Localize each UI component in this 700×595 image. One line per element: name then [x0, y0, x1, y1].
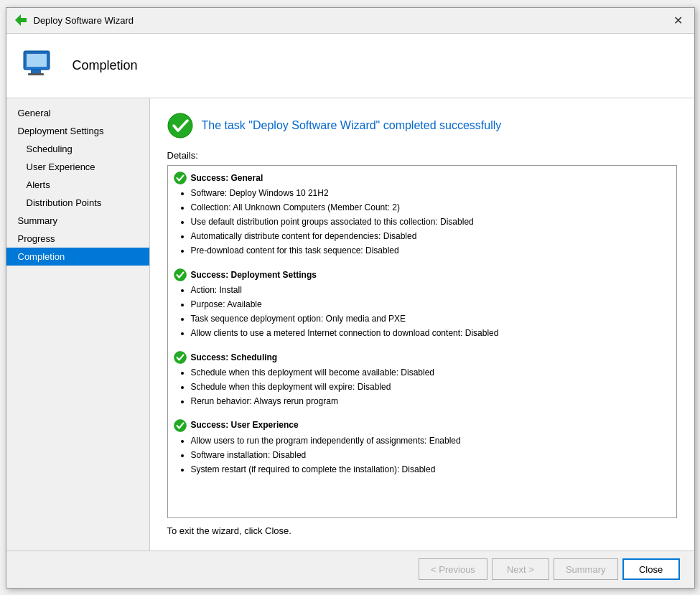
wizard-window: Deploy Software Wizard ✕ Completion Gene…: [6, 7, 695, 589]
computer-icon: [21, 45, 61, 85]
section-bullets-0: Software: Deploy Windows 10 21H2 Collect…: [191, 187, 671, 258]
bullet-item: Task sequence deployment option: Only me…: [191, 312, 671, 326]
sidebar-item-summary[interactable]: Summary: [6, 212, 149, 230]
svg-point-10: [174, 419, 186, 431]
next-button[interactable]: Next >: [492, 558, 549, 580]
svg-point-8: [174, 269, 186, 281]
success-checkmark-icon: [167, 113, 193, 139]
bullet-item: Automatically distribute content for dep…: [191, 230, 671, 243]
sidebar: General Deployment Settings Scheduling U…: [6, 98, 150, 551]
bullet-item: Rerun behavior: Always rerun program: [191, 395, 671, 408]
details-section-ux: Success: User Experience Allow users to …: [174, 418, 671, 477]
bullet-item: Allow users to run the program independe…: [191, 434, 671, 448]
svg-rect-5: [25, 67, 48, 69]
section-success-icon-2: [174, 351, 187, 364]
sidebar-item-scheduling[interactable]: Scheduling: [6, 140, 149, 158]
header-title: Completion: [73, 58, 138, 73]
previous-button[interactable]: < Previous: [419, 558, 487, 580]
close-button[interactable]: Close: [622, 558, 680, 580]
sidebar-item-progress[interactable]: Progress: [6, 230, 149, 248]
bullet-item: Allow clients to use a metered Internet …: [191, 327, 671, 340]
sidebar-item-deployment-settings[interactable]: Deployment Settings: [6, 122, 149, 140]
header-area: Completion: [6, 34, 694, 98]
bullet-item: Use default distribution point groups as…: [191, 215, 671, 229]
section-header-ux: Success: User Experience: [174, 418, 671, 432]
svg-point-7: [174, 172, 186, 184]
title-bar-left: Deploy Software Wizard: [14, 13, 134, 27]
bullet-item: System restart (if required to complete …: [191, 463, 671, 477]
sidebar-item-alerts[interactable]: Alerts: [6, 176, 149, 194]
section-success-icon-1: [174, 268, 187, 281]
svg-point-6: [168, 113, 192, 138]
footer: < Previous Next > Summary Close: [6, 551, 694, 588]
section-success-icon-0: [174, 172, 187, 184]
section-title-2: Success: Scheduling: [191, 351, 278, 365]
details-label: Details:: [167, 150, 677, 161]
svg-marker-0: [15, 14, 27, 26]
bullet-item: Software installation: Disabled: [191, 449, 671, 462]
summary-button[interactable]: Summary: [554, 558, 618, 580]
bullet-item: Software: Deploy Windows 10 21H2: [191, 187, 671, 200]
bullet-item: Pre-download content for this task seque…: [191, 244, 671, 258]
details-section-general: Success: General Software: Deploy Window…: [174, 172, 671, 258]
details-section-scheduling: Success: Scheduling Schedule when this d…: [174, 351, 671, 409]
section-title-3: Success: User Experience: [191, 418, 299, 432]
section-header-deployment: Success: Deployment Settings: [174, 268, 671, 282]
success-title-text: The task "Deploy Software Wizard" comple…: [202, 119, 502, 132]
wizard-title-icon: [14, 13, 28, 27]
close-window-button[interactable]: ✕: [670, 11, 687, 29]
window-title: Deploy Software Wizard: [34, 15, 134, 26]
details-section-deployment: Success: Deployment Settings Action: Ins…: [174, 268, 671, 341]
success-header: The task "Deploy Software Wizard" comple…: [167, 113, 677, 139]
section-title-0: Success: General: [191, 172, 263, 185]
sidebar-item-completion[interactable]: Completion: [6, 248, 149, 266]
svg-point-9: [174, 352, 186, 364]
section-success-icon-3: [174, 419, 187, 432]
section-bullets-1: Action: Install Purpose: Available Task …: [191, 284, 671, 341]
bullet-item: Purpose: Available: [191, 298, 671, 311]
content-area: General Deployment Settings Scheduling U…: [6, 98, 694, 551]
section-header-scheduling: Success: Scheduling: [174, 351, 671, 365]
bullet-item: Collection: All Unknown Computers (Membe…: [191, 201, 671, 215]
exit-text: To exit the wizard, click Close.: [167, 525, 677, 536]
section-header-general: Success: General: [174, 172, 671, 185]
bullet-item: Action: Install: [191, 284, 671, 297]
title-bar: Deploy Software Wizard ✕: [6, 8, 694, 34]
details-box[interactable]: Success: General Software: Deploy Window…: [167, 165, 677, 518]
bullet-item: Schedule when this deployment will becom…: [191, 366, 671, 380]
main-panel: The task "Deploy Software Wizard" comple…: [150, 98, 694, 551]
section-title-1: Success: Deployment Settings: [191, 268, 317, 282]
section-bullets-3: Allow users to run the program independe…: [191, 434, 671, 477]
svg-rect-3: [31, 70, 41, 73]
sidebar-item-distribution-points[interactable]: Distribution Points: [6, 194, 149, 212]
bullet-item: Schedule when this deployment will expir…: [191, 380, 671, 394]
sidebar-item-user-experience[interactable]: User Experience: [6, 158, 149, 176]
sidebar-item-general[interactable]: General: [6, 104, 149, 122]
section-bullets-2: Schedule when this deployment will becom…: [191, 366, 671, 409]
svg-rect-2: [27, 54, 47, 67]
svg-rect-4: [28, 73, 44, 75]
